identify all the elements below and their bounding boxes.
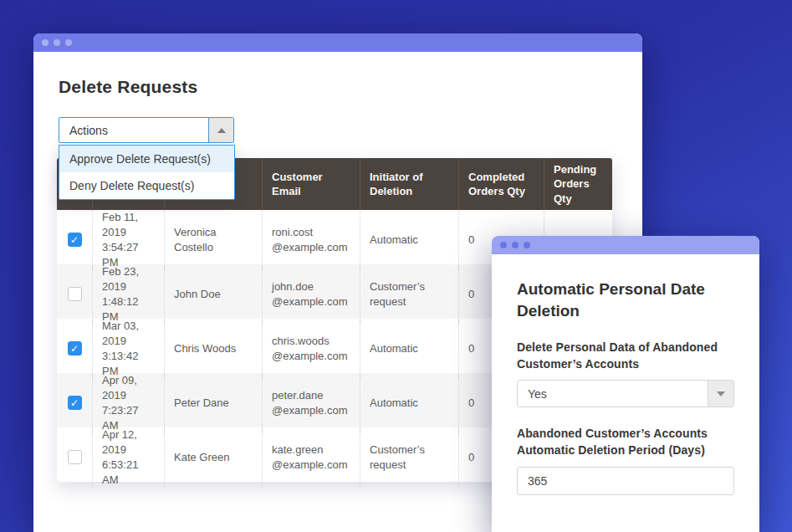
page-title: Delete Requests [59, 77, 197, 97]
caret-up-icon [217, 128, 226, 133]
caret-down-icon [717, 391, 725, 396]
initiator-cell: Customer’s request [360, 264, 458, 325]
requested-date-cell: Feb 23, 20191:48:12 PM [92, 264, 164, 325]
row-checkbox[interactable]: ✓ [68, 396, 82, 410]
initiator-cell: Automatic [360, 210, 458, 270]
customer-name-cell: Chris Woods [164, 319, 262, 379]
row-checkbox[interactable]: ✓ [68, 341, 82, 356]
column-header-completed-orders: Completed Orders Qty [458, 158, 544, 210]
delete-abandoned-accounts-select[interactable]: Yes [517, 380, 734, 407]
column-header-initiator: Initiator of Deletion [360, 158, 458, 210]
customer-email-cell: peter.dane@example.com [262, 373, 360, 433]
requested-date-cell: Apr 09, 20197:23:27 AM [92, 373, 164, 433]
window-control-dot [54, 39, 60, 46]
window-control-dot [42, 39, 49, 46]
actions-dropdown-toggle[interactable] [208, 118, 233, 142]
column-header-pending-orders: Pending Orders Qty [544, 158, 612, 210]
actions-dropdown-label: Actions [59, 118, 208, 142]
menu-item-deny-delete-requests[interactable]: Deny Delete Request(s) [59, 172, 234, 199]
panel-title: Automatic Personal Date Deletion [517, 279, 734, 321]
customer-email-cell: chris.woods@example.com [262, 319, 360, 379]
window-control-dot [65, 39, 72, 46]
column-header-customer-email: Customer Email [262, 158, 360, 210]
row-checkbox[interactable]: ✓ [68, 287, 82, 301]
customer-name-cell: Peter Dane [164, 373, 262, 433]
menu-item-approve-delete-requests[interactable]: Approve Delete Request(s) [59, 146, 234, 172]
requested-date-cell: Mar 03, 20193:13:42 PM [92, 319, 164, 379]
row-checkbox[interactable]: ✓ [68, 450, 82, 464]
auto-deletion-settings-window: Automatic Personal Date Deletion Delete … [492, 236, 759, 532]
actions-dropdown-menu: Approve Delete Request(s) Deny Delete Re… [59, 145, 235, 200]
customer-email-cell: kate.green@example.com [262, 427, 360, 488]
requested-date-cell: Feb 11, 20193:54:27 PM [92, 210, 164, 270]
row-checkbox[interactable]: ✓ [68, 233, 82, 247]
window-control-dot [524, 242, 530, 248]
page-background: Delete Requests Actions Approve Delete R… [0, 0, 792, 532]
customer-email-cell: john.doe@example.com [262, 264, 360, 325]
initiator-cell: Customer’s request [360, 427, 458, 488]
window2-titlebar [492, 236, 759, 254]
customer-email-cell: roni.cost@example.com [262, 210, 360, 270]
delete-abandoned-accounts-label: Delete Personal Data of Abandoned Custom… [517, 340, 734, 372]
customer-name-cell: John Doe [164, 264, 262, 325]
window-control-dot [512, 242, 519, 248]
window-control-dot [500, 242, 507, 248]
customer-name-cell: Kate Green [164, 427, 262, 488]
initiator-cell: Automatic [360, 319, 458, 379]
window1-titlebar [33, 33, 642, 52]
select-toggle[interactable] [708, 381, 733, 407]
initiator-cell: Automatic [360, 373, 458, 433]
customer-name-cell: Veronica Costello [164, 210, 262, 270]
actions-dropdown-button[interactable]: Actions [59, 117, 234, 143]
deletion-period-label: Abandoned Customer’s Accounts Automatic … [517, 426, 734, 458]
deletion-period-input[interactable] [517, 467, 734, 495]
requested-date-cell: Apr 12, 20196:53:21 AM [92, 427, 164, 488]
select-value: Yes [518, 381, 708, 407]
